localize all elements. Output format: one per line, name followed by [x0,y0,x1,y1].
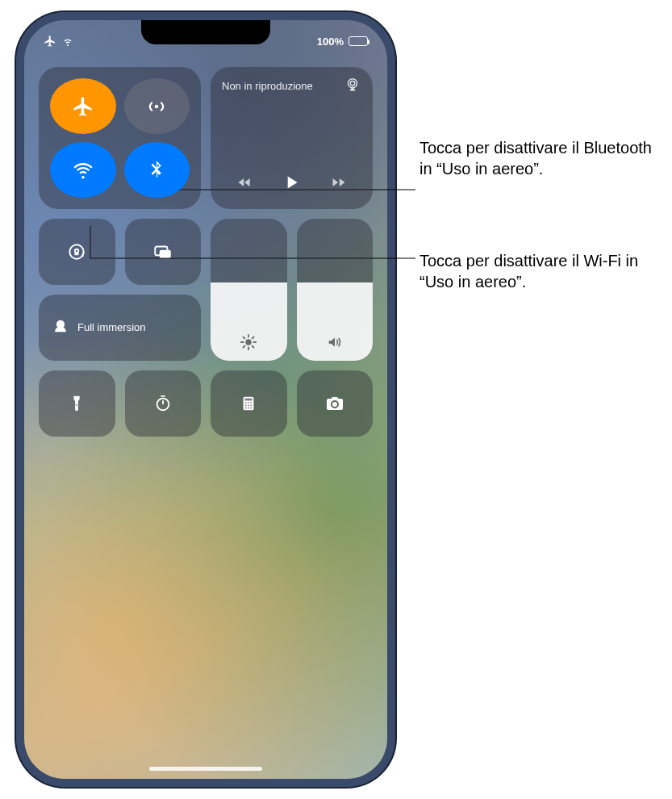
svg-point-18 [248,408,249,409]
svg-rect-4 [75,252,79,255]
orientation-lock-button[interactable] [39,219,115,285]
volume-icon [326,333,344,351]
home-indicator[interactable] [149,767,262,771]
brightness-slider[interactable] [211,219,287,361]
volume-slider[interactable] [297,219,374,361]
notch [141,20,270,44]
svg-point-0 [155,104,159,108]
svg-point-16 [251,404,253,406]
svg-point-15 [248,404,249,406]
control-center: Non in riproduzione [39,67,373,437]
connectivity-group [39,67,201,209]
svg-point-14 [245,404,247,406]
svg-point-7 [246,339,252,345]
airplane-icon [44,35,56,48]
timer-button[interactable] [125,370,202,437]
media-play-icon[interactable] [281,172,302,193]
airplay-icon[interactable] [344,77,361,94]
svg-point-11 [245,402,247,404]
svg-point-17 [245,408,247,409]
phone-frame: 100% [16,12,395,787]
wifi-button[interactable] [50,142,116,198]
svg-point-13 [251,402,253,404]
bluetooth-button[interactable] [124,142,190,198]
media-prev-icon[interactable] [236,174,253,190]
focus-icon [52,319,69,337]
calculator-button[interactable] [211,370,287,437]
airplane-mode-button[interactable] [50,78,116,134]
phone-screen: 100% [24,20,387,779]
flashlight-button[interactable] [39,370,115,437]
svg-rect-10 [245,399,253,401]
focus-label: Full immersion [77,321,146,334]
callout-wifi: Tocca per disattivare il Wi-Fi in “Uso i… [419,250,670,292]
battery-percentage: 100% [317,36,344,48]
wifi-icon [61,35,74,48]
cellular-data-button[interactable] [124,78,190,134]
media-playback-group[interactable]: Non in riproduzione [211,67,373,209]
status-left [44,35,74,48]
status-right: 100% [317,36,368,48]
focus-button[interactable]: Full immersion [39,295,201,361]
callout-bluetooth: Tocca per disattivare il Bluetooth in “U… [419,137,666,179]
svg-point-19 [251,408,253,409]
brightness-icon [240,333,257,351]
screen-mirroring-button[interactable] [125,219,202,285]
camera-button[interactable] [297,370,374,437]
svg-point-2 [350,82,355,86]
media-title: Non in riproduzione [222,80,313,92]
svg-point-8 [157,399,169,411]
media-next-icon[interactable] [331,174,347,190]
svg-rect-6 [159,250,170,258]
battery-icon [349,36,368,46]
svg-point-12 [248,402,249,404]
